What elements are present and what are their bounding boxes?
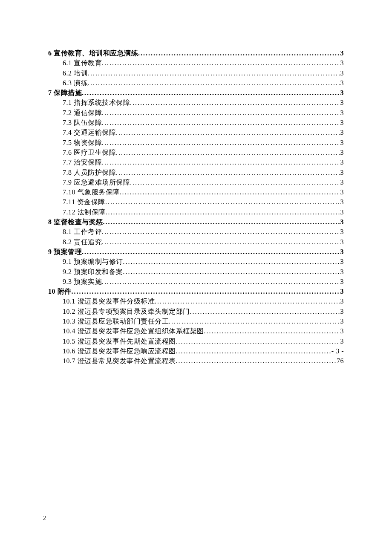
- toc-entry: 7.8 人员防护保障3: [48, 168, 344, 177]
- toc-entry-title: 保障措施: [52, 88, 82, 98]
- toc-leader-dots: [105, 197, 340, 207]
- toc-leader-dots: [130, 177, 340, 187]
- toc-entry: 6.1 宣传教育3: [48, 58, 344, 68]
- toc-entry: 10.5 澄迈县突发事件先期处置流程图3: [48, 336, 344, 346]
- toc-entry-page: 3: [340, 286, 344, 296]
- toc-entry-title: 资金保障: [75, 197, 105, 207]
- toc-leader-dots: [103, 217, 340, 227]
- toc-entry-number: 9.3: [63, 277, 72, 286]
- toc-entry-page: 3: [340, 157, 344, 167]
- toc-entry: 10.1 澄迈县突发事件分级标准3: [48, 296, 344, 306]
- toc-leader-dots: [176, 356, 336, 366]
- toc-entry-title: 澄迈县常见突发事件处置流程表: [75, 356, 176, 366]
- toc-entry-number: 10.5: [63, 336, 75, 346]
- toc-entry-number: 7.10: [63, 187, 75, 197]
- toc-entry-number: 7.8: [63, 168, 72, 177]
- toc-leader-dots: [102, 227, 340, 237]
- toc-entry: 8 监督检查与奖惩3: [48, 217, 344, 227]
- toc-entry-page: 3: [340, 187, 344, 197]
- toc-entry-title: 气象服务保障: [75, 187, 120, 197]
- toc-entry-page: 3: [340, 217, 344, 227]
- toc-entry: 10 附件3: [48, 286, 344, 296]
- toc-entry-title: 工作考评: [72, 227, 102, 237]
- toc-entry-title: 治安保障: [72, 157, 102, 167]
- toc-entry-page: 76: [336, 356, 344, 366]
- toc-leader-dots: [176, 336, 340, 346]
- toc-entry-page: 3: [340, 197, 344, 207]
- toc-leader-dots: [120, 187, 340, 197]
- toc-entry-page: 3: [340, 48, 344, 58]
- toc-entry: 7.1 指挥系统技术保障3: [48, 98, 344, 107]
- toc-entry: 7.3 队伍保障3: [48, 118, 344, 127]
- toc-leader-dots: [82, 247, 340, 257]
- toc-entry-page: 3: [340, 326, 344, 336]
- toc-entry-page: 3: [340, 68, 344, 78]
- toc-entry-page: 3: [340, 138, 344, 147]
- toc-entry-page: 3: [340, 118, 344, 127]
- toc-entry-number: 7.6: [63, 147, 72, 157]
- table-of-contents: 6 宣传教育、培训和应急演练36.1 宣传教育36.2 培训36.3 演练37 …: [48, 48, 344, 366]
- toc-entry-page: 3: [340, 177, 344, 187]
- toc-entry-title: 预案管理: [52, 247, 82, 257]
- toc-entry-number: 7.2: [63, 108, 72, 118]
- toc-entry-title: 指挥系统技术保障: [72, 98, 130, 107]
- toc-entry: 9.3 预案实施3: [48, 277, 344, 286]
- toc-leader-dots: [190, 306, 340, 316]
- toc-entry-page: 3: [340, 306, 344, 316]
- toc-entry: 7.10 气象服务保障3: [48, 187, 344, 197]
- toc-leader-dots: [123, 267, 340, 277]
- toc-leader-dots: [102, 157, 340, 167]
- toc-leader-dots: [106, 207, 340, 217]
- toc-entry-number: 8.1: [63, 227, 72, 237]
- toc-leader-dots: [102, 58, 340, 68]
- toc-entry-title: 演练: [72, 78, 88, 88]
- toc-leader-dots: [204, 326, 340, 336]
- toc-entry-title: 责任追究: [72, 237, 102, 247]
- toc-entry-number: 6.2: [63, 68, 72, 78]
- toc-leader-dots: [102, 108, 340, 118]
- toc-entry-title: 物资保障: [72, 138, 102, 147]
- toc-leader-dots: [102, 237, 340, 247]
- toc-entry-page: 3: [340, 277, 344, 286]
- toc-entry-page: 3: [340, 127, 344, 137]
- toc-entry-number: 10.7: [63, 356, 75, 366]
- toc-leader-dots: [176, 346, 331, 356]
- toc-entry-title: 法制保障: [75, 207, 106, 217]
- toc-entry: 9.2 预案印发和备案3: [48, 267, 344, 277]
- toc-entry-number: 10.2: [63, 306, 75, 316]
- toc-entry-number: 7: [48, 88, 52, 98]
- toc-entry-number: 6.1: [63, 58, 72, 68]
- toc-entry-title: 预案实施: [72, 277, 102, 286]
- toc-entry: 9 预案管理3: [48, 247, 344, 257]
- toc-entry: 7.9 应急避难场所保障3: [48, 177, 344, 187]
- toc-entry-title: 澄迈县突发事件应急响应流程图: [75, 346, 176, 356]
- toc-entry-page: 3: [340, 78, 344, 88]
- toc-entry: 7.2 通信保障3: [48, 108, 344, 118]
- page-number: 2: [43, 515, 46, 522]
- toc-entry-title: 澄迈县应急联动部门责任分工: [75, 316, 169, 326]
- toc-leader-dots: [123, 257, 340, 266]
- toc-leader-dots: [116, 168, 340, 177]
- toc-entry-number: 7.11: [63, 197, 75, 207]
- toc-entry-page: 3: [340, 108, 344, 118]
- toc-entry-number: 7.9: [63, 177, 72, 187]
- toc-entry: 7.11 资金保障3: [48, 197, 344, 207]
- toc-entry-number: 7.4: [63, 127, 72, 137]
- toc-entry-number: 6.3: [63, 78, 72, 88]
- toc-entry: 10.7 澄迈县常见突发事件处置流程表76: [48, 356, 344, 366]
- toc-entry-title: 医疗卫生保障: [72, 147, 116, 157]
- toc-entry-page: 3: [340, 336, 344, 346]
- toc-entry-page: 3: [340, 168, 344, 177]
- toc-leader-dots: [88, 68, 340, 78]
- toc-entry-number: 10.4: [63, 326, 75, 336]
- toc-entry-page: 3: [340, 207, 344, 217]
- toc-entry-title: 宣传教育、培训和应急演练: [52, 48, 138, 58]
- toc-entry: 7.6 医疗卫生保障3: [48, 147, 344, 157]
- toc-entry-number: 6: [48, 48, 52, 58]
- toc-leader-dots: [116, 147, 340, 157]
- toc-entry-page: 3: [340, 257, 344, 266]
- toc-entry-page: 3: [340, 247, 344, 257]
- toc-entry: 10.3 澄迈县应急联动部门责任分工3: [48, 316, 344, 326]
- toc-entry: 6.3 演练3: [48, 78, 344, 88]
- toc-entry-page: 3: [340, 227, 344, 237]
